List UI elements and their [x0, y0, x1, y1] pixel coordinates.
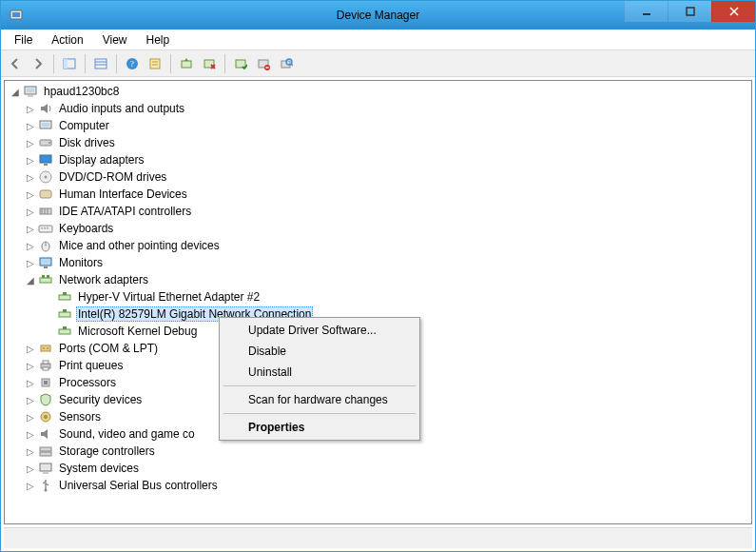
- tree-category-display[interactable]: ▷ Display adapters: [5, 151, 751, 168]
- svg-rect-25: [28, 95, 33, 97]
- statusbar: [4, 527, 752, 548]
- tree-category-storage[interactable]: ▷ Storage controllers: [5, 443, 751, 460]
- tree-category-hid[interactable]: ▷ Human Interface Devices: [5, 186, 751, 203]
- expander-icon[interactable]: ▷: [24, 462, 37, 475]
- expander-icon[interactable]: ▷: [24, 153, 37, 167]
- svg-rect-45: [40, 258, 51, 266]
- menubar: File Action View Help: [1, 30, 755, 50]
- svg-rect-31: [44, 164, 48, 166]
- tree-category-system[interactable]: ▷ System devices: [5, 460, 751, 477]
- maximize-button[interactable]: [668, 1, 711, 22]
- svg-rect-27: [42, 123, 49, 127]
- minimize-button[interactable]: [624, 1, 668, 22]
- tree-category-keyboard[interactable]: ▷ Keyboards: [5, 220, 751, 237]
- printer-icon: [38, 358, 53, 373]
- menu-view[interactable]: View: [93, 31, 137, 49]
- ports-icon: [38, 341, 53, 356]
- tree-device-hyperv[interactable]: Hyper-V Virtual Ethernet Adapter #2: [5, 288, 751, 306]
- tree-category-computer[interactable]: ▷ Computer: [5, 117, 751, 134]
- svg-point-58: [47, 347, 48, 349]
- tree-category-monitors[interactable]: ▷ Monitors: [5, 254, 751, 271]
- expander-icon[interactable]: ▷: [24, 205, 37, 218]
- svg-rect-46: [44, 266, 48, 268]
- expander-icon[interactable]: ▷: [24, 410, 37, 424]
- disk-icon: [38, 135, 53, 150]
- network-icon: [38, 272, 53, 287]
- ctx-update-driver[interactable]: Update Driver Software...: [222, 320, 417, 341]
- tree-label: Monitors: [57, 256, 105, 269]
- ctx-uninstall[interactable]: Uninstall: [222, 362, 417, 383]
- expander-icon[interactable]: ▷: [24, 119, 37, 132]
- toolbar: ?: [1, 50, 755, 77]
- help-button[interactable]: ?: [122, 53, 143, 74]
- svg-rect-52: [59, 312, 70, 317]
- svg-rect-40: [41, 227, 43, 229]
- tree-root[interactable]: ◢ hpaud1230bc8: [5, 83, 751, 100]
- disc-icon: [38, 169, 53, 185]
- svg-point-65: [44, 415, 48, 419]
- expander-icon[interactable]: ▷: [24, 187, 37, 201]
- separator: [223, 385, 416, 386]
- update-driver-button[interactable]: [176, 53, 197, 74]
- computer-icon: [23, 84, 38, 99]
- mouse-icon: [38, 238, 53, 253]
- svg-rect-53: [63, 309, 67, 312]
- expander-icon[interactable]: ▷: [24, 136, 37, 149]
- properties-button[interactable]: [145, 53, 165, 74]
- menu-help[interactable]: Help: [137, 31, 180, 49]
- back-button[interactable]: [5, 53, 26, 74]
- tree-label: Hyper-V Virtual Ethernet Adapter #2: [76, 290, 262, 304]
- tree-category-audio[interactable]: ▷ Audio inputs and outputs: [5, 100, 751, 117]
- ctx-disable[interactable]: Disable: [222, 341, 417, 362]
- tree-category-disk[interactable]: ▷ Disk drives: [5, 134, 751, 151]
- expander-spacer: [43, 307, 56, 321]
- show-hide-tree-button[interactable]: [59, 53, 80, 74]
- expander-spacer: [43, 290, 56, 304]
- separator: [53, 54, 54, 73]
- svg-rect-41: [44, 227, 46, 229]
- expander-icon[interactable]: ▷: [24, 342, 37, 355]
- expander-icon[interactable]: ◢: [24, 273, 37, 286]
- device-tree[interactable]: ◢ hpaud1230bc8 ▷ Audio inputs and output…: [4, 80, 752, 524]
- tree-label: IDE ATA/ATAPI controllers: [57, 205, 193, 218]
- system-icon: [38, 461, 53, 476]
- tree-category-ide[interactable]: ▷ IDE ATA/ATAPI controllers: [5, 203, 751, 220]
- tree-category-mice[interactable]: ▷ Mice and other pointing devices: [5, 237, 751, 254]
- forward-button[interactable]: [28, 53, 48, 74]
- expander-icon[interactable]: ▷: [24, 359, 37, 372]
- ctx-scan-hardware[interactable]: Scan for hardware changes: [222, 389, 417, 410]
- expander-icon[interactable]: ▷: [24, 427, 37, 441]
- expander-icon[interactable]: ▷: [24, 102, 37, 115]
- expander-icon[interactable]: ▷: [24, 256, 37, 269]
- tree-label: Audio inputs and outputs: [57, 102, 186, 115]
- expander-icon[interactable]: ▷: [24, 393, 37, 406]
- tree-category-usb[interactable]: ▷ Universal Serial Bus controllers: [5, 477, 751, 494]
- svg-rect-63: [44, 381, 48, 384]
- controller-icon: [38, 204, 53, 219]
- expander-icon[interactable]: ▷: [24, 239, 37, 252]
- svg-rect-56: [41, 345, 50, 351]
- expander-icon[interactable]: ▷: [24, 376, 37, 389]
- network-adapter-icon: [57, 306, 72, 322]
- enable-device-button[interactable]: [230, 53, 251, 74]
- expander-icon[interactable]: ▷: [24, 170, 37, 184]
- menu-file[interactable]: File: [5, 31, 42, 49]
- disable-device-button[interactable]: [199, 53, 220, 74]
- tree-category-network[interactable]: ◢ Network adapters: [5, 271, 751, 288]
- expander-icon[interactable]: ▷: [24, 479, 37, 492]
- expander-icon[interactable]: ◢: [9, 85, 22, 98]
- close-button[interactable]: [711, 1, 755, 22]
- security-icon: [38, 392, 53, 407]
- detail-view-button[interactable]: [90, 53, 111, 74]
- svg-rect-6: [95, 59, 107, 69]
- sensor-icon: [38, 409, 53, 424]
- window: Device Manager File Action View Help ?: [0, 0, 756, 552]
- scan-hardware-button[interactable]: [276, 53, 297, 74]
- uninstall-device-button[interactable]: [253, 53, 274, 74]
- expander-icon[interactable]: ▷: [24, 444, 37, 458]
- menu-action[interactable]: Action: [42, 31, 92, 49]
- svg-rect-2: [643, 13, 650, 15]
- expander-icon[interactable]: ▷: [24, 222, 37, 235]
- tree-category-dvd[interactable]: ▷ DVD/CD-ROM drives: [5, 168, 751, 186]
- ctx-properties[interactable]: Properties: [222, 417, 417, 438]
